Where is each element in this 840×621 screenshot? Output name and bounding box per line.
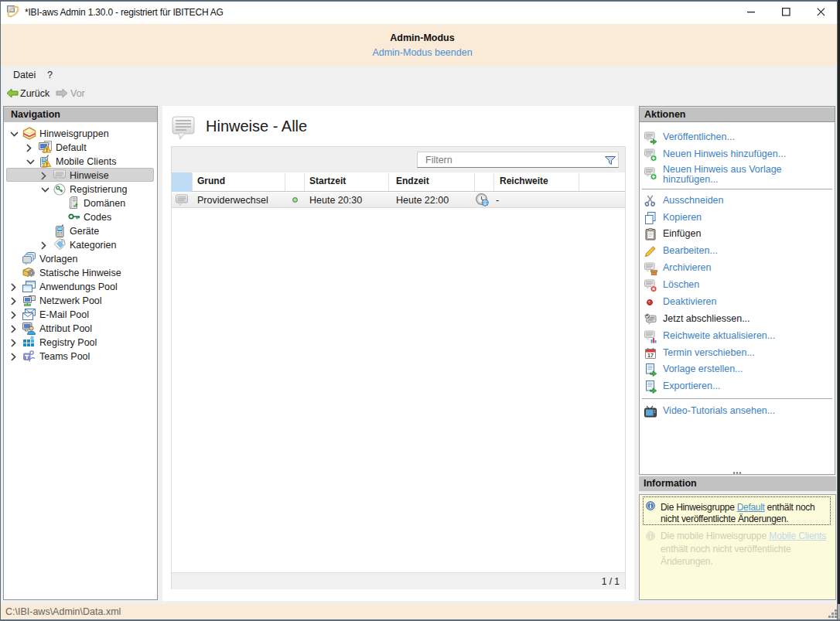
svg-text:17: 17 (647, 353, 654, 358)
